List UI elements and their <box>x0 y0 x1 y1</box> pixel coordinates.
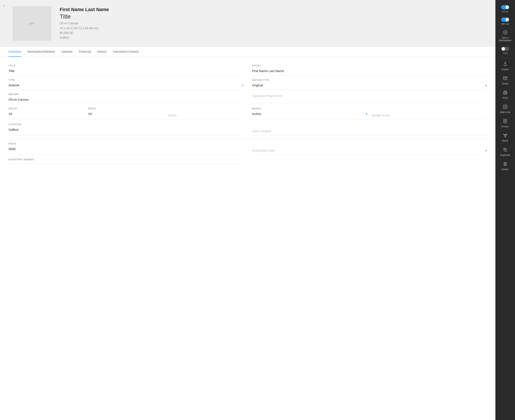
active-toggle-knob <box>505 6 509 9</box>
edition-type-value[interactable]: Original ▾ <box>252 82 487 88</box>
weight-field: Weight in lbs <box>372 107 487 118</box>
edition-type-field[interactable]: EDITION TYPE Original ▾ <box>252 75 487 90</box>
mkt-opt-toggle[interactable] <box>501 17 509 22</box>
mkt-opt-toggle-knob <box>505 18 509 21</box>
duplicate-label: Duplicate <box>500 154 510 156</box>
artwork-thumbnail: ART <box>13 6 51 40</box>
title-field[interactable]: TITLE Title <box>8 61 243 75</box>
add-to-list-action[interactable]: Add to list <box>495 103 515 116</box>
width-value[interactable]: 24 <box>88 111 164 116</box>
delete-icon <box>503 162 507 167</box>
right-sidebar: Active Mkt Opt See in Marketplace Hold <box>495 0 515 420</box>
export-action[interactable]: Export <box>495 60 515 73</box>
email-action[interactable]: Email <box>495 74 515 87</box>
inventory-number-label: INVENTORY NUMBER <box>8 158 243 161</box>
width-label: WIDTH <box>88 107 164 110</box>
type-field[interactable]: TYPE Artwork ▾ <box>8 75 243 90</box>
location-label: LOCATION <box>8 123 243 126</box>
tab-history[interactable]: History <box>97 47 107 57</box>
location-meta: Gallery <box>60 36 69 39</box>
see-in-marketplace-action[interactable]: See in Marketplace <box>495 28 515 44</box>
add-to-list-label: Add to list <box>500 111 510 113</box>
tab-interested-contacts[interactable]: Interested Contacts <box>113 47 139 57</box>
print-icon <box>503 90 507 96</box>
medium-field[interactable]: MEDIUM Oil on Canvas <box>8 90 243 104</box>
hold-toggle[interactable] <box>501 47 509 51</box>
divider-1 <box>499 58 511 58</box>
dimensions-left: HEIGHT 18 WIDTH 24 Depth <box>8 104 243 120</box>
export-icon <box>503 62 507 67</box>
price-value[interactable]: 5000 <box>8 146 243 152</box>
metric-label: METRIC <box>252 107 367 110</box>
signature-placement-value[interactable]: Signature Placement <box>252 93 487 98</box>
export-label: Export <box>502 68 509 71</box>
price-label: PRICE <box>8 143 243 145</box>
hold-toggle-item[interactable]: Hold <box>495 45 515 56</box>
type-value[interactable]: Artwork ▾ <box>8 82 243 88</box>
tab-uploads[interactable]: Uploads <box>62 47 73 57</box>
dimensions-right: METRIC Inches ▾ Weight in lbs <box>252 104 487 120</box>
acquisition-date-field[interactable]: Acquisition Date ▾ <box>252 139 487 155</box>
dimensions-meta: 18 x 24 in (45.72 x 60.96 cm) <box>60 26 98 30</box>
acquisition-date-value[interactable]: Acquisition Date ▾ <box>252 148 487 153</box>
email-label: Email <box>502 82 508 85</box>
active-label: Active <box>502 10 508 13</box>
edition-type-label: EDITION TYPE <box>252 79 487 81</box>
tab-overview[interactable]: Overview <box>8 47 21 57</box>
location-field[interactable]: LOCATION Gallery <box>8 120 243 135</box>
date-created-field[interactable]: Date Created <box>252 120 487 135</box>
signature-placement-field[interactable]: Signature Placement <box>252 90 487 104</box>
medium-label: MEDIUM <box>8 93 243 96</box>
title-label: TITLE <box>8 65 243 67</box>
tab-marketplace[interactable]: Marketplace/Website <box>27 47 55 57</box>
artwork-meta: Oil on Canvas 18 x 24 in (45.72 x 60.96 … <box>60 21 109 40</box>
svg-rect-2 <box>504 93 506 94</box>
svg-rect-17 <box>505 149 507 151</box>
height-label: HEIGHT <box>8 107 84 110</box>
back-button[interactable]: ‹ <box>3 3 5 8</box>
type-chevron-icon: ▾ <box>242 83 243 87</box>
delete-label: Delete <box>502 168 509 171</box>
mkt-opt-label: Mkt Opt <box>501 22 509 25</box>
location-value[interactable]: Gallery <box>8 127 243 132</box>
artist-label: ARTIST <box>252 65 487 67</box>
metric-chevron-icon: ▾ <box>366 112 367 116</box>
duplicate-action[interactable]: Duplicate <box>495 145 515 158</box>
active-toggle[interactable] <box>501 5 509 9</box>
price-field[interactable]: PRICE 5000 <box>8 139 243 155</box>
artwork-header: ART First Name Last Name Title Oil on Ca… <box>0 0 495 47</box>
metric-value[interactable]: Inches ▾ <box>252 111 367 116</box>
tab-financial[interactable]: Financial <box>79 47 91 57</box>
medium-value[interactable]: Oil on Canvas <box>8 97 243 102</box>
height-field: HEIGHT 18 <box>8 107 84 118</box>
tabs-bar: Overview Marketplace/Website Uploads Fin… <box>0 47 495 57</box>
inventory-number-field[interactable]: INVENTORY NUMBER <box>8 155 243 164</box>
depth-value[interactable]: Depth <box>168 112 243 118</box>
mkt-opt-toggle-item[interactable]: Mkt Opt <box>495 16 515 27</box>
artist-value[interactable]: First Name Last Name <box>252 68 487 74</box>
date-created-value[interactable]: Date Created <box>252 128 487 134</box>
form-area: TITLE Title ARTIST First Name Last Name … <box>0 57 495 420</box>
svg-point-12 <box>506 134 507 135</box>
height-value[interactable]: 18 <box>8 111 84 116</box>
hold-toggle-knob <box>501 47 505 51</box>
invoice-label: Invoice <box>501 125 509 128</box>
print-label: Print <box>503 97 508 99</box>
share-icon <box>503 133 507 139</box>
invoice-icon <box>503 119 507 124</box>
invoice-action[interactable]: Invoice <box>495 117 515 130</box>
weight-value[interactable]: Weight in lbs <box>372 112 487 118</box>
print-action[interactable]: Print <box>495 88 515 101</box>
metric-field: METRIC Inches ▾ <box>252 107 367 118</box>
form-grid: TITLE Title ARTIST First Name Last Name … <box>8 61 487 164</box>
title-value[interactable]: Title <box>8 68 243 74</box>
type-label: TYPE <box>8 79 243 81</box>
share-action[interactable]: Share <box>495 131 515 144</box>
width-field: WIDTH 24 <box>88 107 164 118</box>
active-toggle-item[interactable]: Active <box>495 3 515 15</box>
delete-action[interactable]: Delete <box>495 160 515 173</box>
artist-name: First Name Last Name <box>60 7 109 12</box>
artwork-info: First Name Last Name Title Oil on Canvas… <box>60 7 109 40</box>
share-label: Share <box>502 139 508 142</box>
artist-field[interactable]: ARTIST First Name Last Name <box>252 61 487 75</box>
